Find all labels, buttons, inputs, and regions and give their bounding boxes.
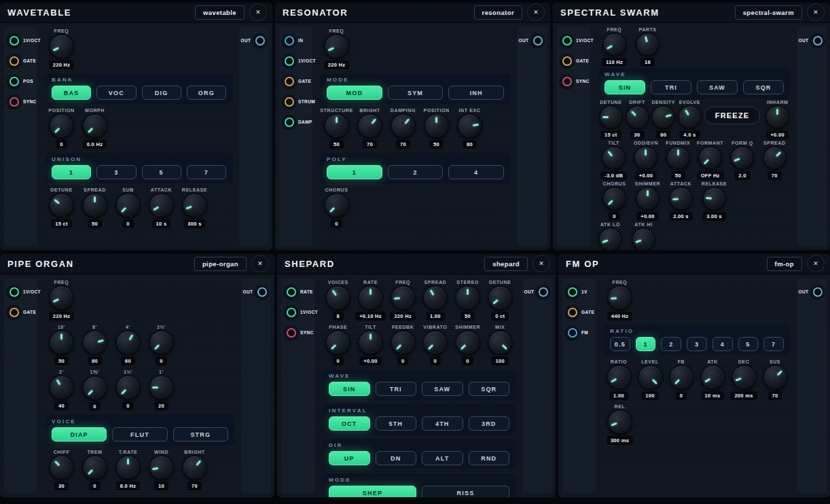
knob-dial[interactable] xyxy=(50,376,73,399)
port-jack-icon[interactable] xyxy=(282,54,296,68)
port-pos[interactable]: POS xyxy=(7,74,37,88)
port-1v[interactable]: 1V xyxy=(565,285,596,299)
knob-shimmer[interactable]: SHIMMER0 xyxy=(452,325,484,365)
module-tag[interactable]: spectral-swarm xyxy=(735,5,802,20)
close-button[interactable]: ✕ xyxy=(807,3,825,21)
port-jack-icon[interactable] xyxy=(565,325,579,340)
knob-ratio[interactable]: RATIO1.00 xyxy=(603,359,634,400)
knob-vibrato[interactable]: VIBRATO0 xyxy=(419,325,452,365)
dir-option-dn[interactable]: DN xyxy=(376,451,417,465)
close-button[interactable]: ✕ xyxy=(249,3,267,21)
knob-drift[interactable]: DRIFT30 xyxy=(624,100,651,139)
knob-dial[interactable] xyxy=(733,366,755,389)
knob-inharm[interactable]: INHARM+0.00 xyxy=(764,100,791,139)
wave-option-sqr[interactable]: SQR xyxy=(743,80,784,94)
knob-freq[interactable]: FREQ220 Hz xyxy=(45,280,78,321)
knob-dial[interactable] xyxy=(609,287,631,309)
knob-sub[interactable]: SUB0 xyxy=(111,187,145,228)
knob-dial[interactable] xyxy=(764,366,787,389)
poly-option-2[interactable]: 2 xyxy=(388,165,444,179)
port-out[interactable]: OUT xyxy=(524,285,551,299)
knob-dial[interactable] xyxy=(456,287,479,309)
wave-option-saw[interactable]: SAW xyxy=(422,382,463,396)
poly-option-4[interactable]: 4 xyxy=(448,165,504,179)
knob-dial[interactable] xyxy=(84,377,106,399)
knob-dial[interactable] xyxy=(50,331,73,354)
poly-option-1[interactable]: 1 xyxy=(327,165,382,179)
interval-option-4th[interactable]: 4TH xyxy=(422,416,463,431)
knob-dial[interactable] xyxy=(670,188,691,209)
knob-dial[interactable] xyxy=(325,115,348,137)
dir-option-alt[interactable]: ALT xyxy=(422,451,463,465)
port-gate[interactable]: GATE xyxy=(565,305,596,319)
wave-option-sqr[interactable]: SQR xyxy=(469,382,510,396)
port-out[interactable]: OUT xyxy=(799,33,825,48)
knob-dial[interactable] xyxy=(183,456,206,479)
knob-t-rate[interactable]: T.RATE6.0 Hz xyxy=(111,450,145,490)
knob-dial[interactable] xyxy=(359,331,382,354)
mode-option-mod[interactable]: MOD xyxy=(327,86,382,100)
knob-bright[interactable]: BRIGHT70 xyxy=(178,450,211,490)
mode-option-sym[interactable]: SYM xyxy=(388,86,444,100)
port-strum[interactable]: STRUM xyxy=(282,94,312,109)
port-out[interactable]: OUT xyxy=(243,285,270,299)
knob-dial[interactable] xyxy=(183,194,206,217)
knob-freq[interactable]: FREQ220 Hz xyxy=(386,280,419,321)
knob-dial[interactable] xyxy=(117,194,139,217)
knob-dial[interactable] xyxy=(604,34,625,55)
knob-shimmer[interactable]: SHIMMER+0.00 xyxy=(631,181,664,221)
port-jack-icon[interactable] xyxy=(536,285,550,299)
knob-dial[interactable] xyxy=(50,35,73,58)
port-jack-icon[interactable] xyxy=(565,305,579,319)
knob-dial[interactable] xyxy=(392,331,414,354)
knob-4[interactable]: 4'60 xyxy=(111,325,145,365)
module-tag[interactable]: wavetable xyxy=(195,5,245,20)
port-1v-oct[interactable]: 1V/OCT xyxy=(7,33,37,48)
unison-option-7[interactable]: 7 xyxy=(187,165,226,179)
port-jack-icon[interactable] xyxy=(810,285,825,299)
knob-dial[interactable] xyxy=(50,287,73,309)
port-jack-icon[interactable] xyxy=(284,325,298,340)
port-rate[interactable]: RATE xyxy=(284,285,314,299)
ratio-option-2[interactable]: 2 xyxy=(661,337,681,351)
knob-dial[interactable] xyxy=(150,331,173,354)
port-gate[interactable]: GATE xyxy=(7,54,37,68)
knob-dial[interactable] xyxy=(325,35,348,58)
knob-rate[interactable]: RATE+0.10 Hz xyxy=(355,280,387,321)
knob-dial[interactable] xyxy=(668,147,689,168)
port-1v-oct[interactable]: 1V/OCT xyxy=(284,305,314,319)
knob-detune[interactable]: DETUNE0 ct xyxy=(484,280,516,321)
knob-1[interactable]: 1'20 xyxy=(145,370,178,410)
wave-option-tri[interactable]: TRI xyxy=(376,382,417,396)
knob-formant[interactable]: FORMANTOFF Hz xyxy=(694,141,726,180)
knob-damping[interactable]: DAMPING70 xyxy=(386,108,420,149)
knob-fb[interactable]: FB0 xyxy=(666,359,697,400)
knob-1[interactable]: 1⅓'0 xyxy=(111,370,145,410)
knob-wind[interactable]: WIND10 xyxy=(145,450,178,490)
knob-dial[interactable] xyxy=(639,366,662,389)
knob-structure[interactable]: STRUCTURE50 xyxy=(320,108,353,149)
knob-feedbk[interactable]: FEEDBK0 xyxy=(386,325,419,365)
knob-dial[interactable] xyxy=(84,194,106,217)
knob-dial[interactable] xyxy=(150,376,173,399)
knob-stereo[interactable]: STEREO50 xyxy=(452,280,484,321)
knob-dial[interactable] xyxy=(603,147,624,168)
module-tag[interactable]: shepard xyxy=(484,257,528,271)
knob-spread[interactable]: SPREAD70 xyxy=(759,141,791,180)
module-tag[interactable]: fm-op xyxy=(767,257,802,271)
bank-option-org[interactable]: ORG xyxy=(187,86,226,100)
knob-level[interactable]: LEVEL100 xyxy=(634,359,666,400)
knob-chiff[interactable]: CHIFF30 xyxy=(45,450,78,490)
port-gate[interactable]: GATE xyxy=(282,74,312,88)
port-jack-icon[interactable] xyxy=(284,305,298,319)
knob-dial[interactable] xyxy=(359,115,381,137)
port-jack-icon[interactable] xyxy=(282,33,296,48)
knob-dial[interactable] xyxy=(456,331,479,354)
port-out[interactable]: OUT xyxy=(241,33,268,48)
knob-dial[interactable] xyxy=(489,287,511,309)
port-jack-icon[interactable] xyxy=(282,115,296,129)
knob-dial[interactable] xyxy=(117,376,139,399)
interval-option-5th[interactable]: 5TH xyxy=(376,416,417,431)
unison-option-5[interactable]: 5 xyxy=(142,165,181,179)
knob-dial[interactable] xyxy=(637,188,658,209)
